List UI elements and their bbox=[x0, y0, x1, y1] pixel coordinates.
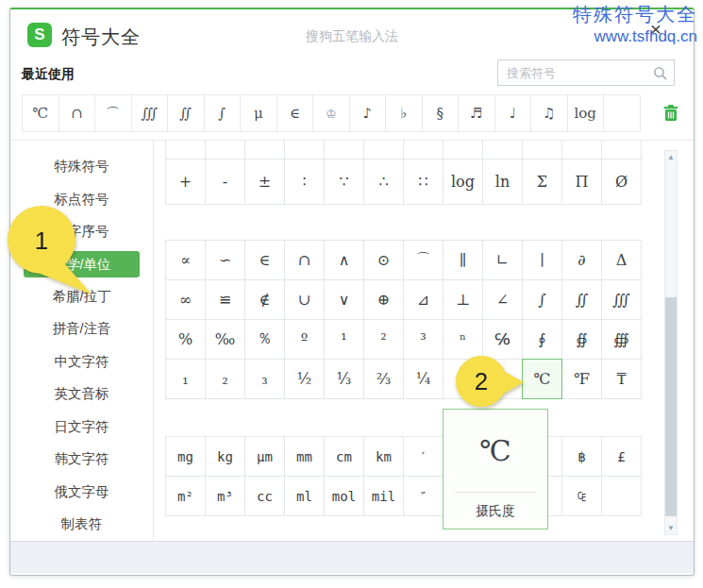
grid-cell[interactable]: ℉ bbox=[561, 359, 602, 399]
grid-cell[interactable]: ⊙ bbox=[363, 240, 404, 280]
grid-cell[interactable]: ∯ bbox=[561, 319, 602, 360]
recent-symbol-cell[interactable]: ♩ bbox=[494, 94, 532, 132]
trash-icon[interactable] bbox=[661, 104, 680, 123]
recent-symbol-cell[interactable]: ∬ bbox=[167, 94, 205, 132]
grid-cell[interactable]: mg bbox=[165, 436, 206, 477]
grid-cell[interactable]: ∩ bbox=[284, 240, 325, 280]
grid-cell[interactable]: ∽ bbox=[205, 240, 245, 280]
sidebar-item-12[interactable]: 制表符 bbox=[10, 508, 153, 541]
grid-cell[interactable]: ∶ bbox=[284, 159, 325, 205]
recent-symbol-cell[interactable]: ♬ bbox=[458, 94, 495, 132]
grid-cell[interactable]: ′ bbox=[403, 436, 444, 477]
grid-cell[interactable]: ∂ bbox=[561, 240, 602, 280]
grid-cell[interactable]: ² bbox=[363, 319, 404, 360]
grid-cell[interactable]: kg bbox=[205, 436, 245, 477]
sidebar-item-1[interactable]: 特殊符号 bbox=[10, 150, 153, 183]
grid-cell[interactable]: ⊕ bbox=[363, 279, 404, 320]
recent-symbol-cell[interactable]: μ bbox=[240, 94, 277, 132]
recent-symbol-cell[interactable]: ♫ bbox=[530, 94, 568, 132]
grid-cell[interactable]: - bbox=[205, 159, 245, 205]
grid-cell[interactable]: ½ bbox=[284, 359, 325, 399]
recent-symbol-cell[interactable]: ∭ bbox=[131, 94, 169, 132]
grid-cell[interactable]: ∨ bbox=[324, 279, 364, 320]
grid-cell[interactable]: Σ bbox=[522, 159, 562, 205]
grid-cell[interactable]: ≌ bbox=[205, 279, 245, 320]
grid-cell[interactable]: ∥ bbox=[443, 240, 483, 280]
sidebar-item-8[interactable]: 英文音标 bbox=[10, 378, 153, 411]
grid-cell[interactable]: km bbox=[363, 436, 404, 477]
grid-cell[interactable]: ∴ bbox=[363, 159, 404, 205]
recent-empty-cell[interactable] bbox=[603, 94, 641, 132]
grid-cell[interactable]: ⅓ bbox=[324, 359, 364, 399]
scrollbar[interactable]: ▲ ▼ bbox=[664, 150, 678, 535]
grid-cell[interactable] bbox=[482, 141, 523, 160]
grid-cell[interactable]: ³ bbox=[403, 319, 444, 360]
grid-cell[interactable]: log bbox=[443, 159, 483, 205]
grid-cell[interactable]: ∝ bbox=[165, 240, 206, 280]
grid-cell[interactable]: ‰ bbox=[205, 319, 245, 360]
grid-cell[interactable]: ± bbox=[244, 159, 285, 205]
grid-cell[interactable]: ฿ bbox=[561, 436, 602, 477]
grid-cell[interactable]: Ø bbox=[601, 159, 642, 205]
grid-cell[interactable]: Δ bbox=[601, 240, 642, 280]
grid-cell[interactable] bbox=[522, 141, 562, 160]
grid-cell[interactable] bbox=[403, 141, 444, 160]
scroll-down-icon[interactable]: ▼ bbox=[665, 524, 677, 532]
grid-cell[interactable]: μm bbox=[244, 436, 285, 477]
search-input[interactable] bbox=[498, 60, 674, 85]
sidebar-item-10[interactable]: 韩文字符 bbox=[10, 443, 153, 476]
grid-cell[interactable]: ₠ bbox=[561, 476, 602, 516]
grid-cell[interactable]: ∣ bbox=[522, 240, 562, 280]
grid-cell[interactable]: ¹ bbox=[324, 319, 364, 360]
recent-symbol-cell[interactable]: ♭ bbox=[385, 94, 423, 132]
sidebar-item-6[interactable]: 拼音/注音 bbox=[10, 312, 153, 345]
recent-symbol-cell[interactable]: ♪ bbox=[349, 94, 387, 132]
recent-symbol-cell[interactable]: log bbox=[567, 94, 605, 132]
grid-cell[interactable]: m² bbox=[165, 476, 206, 516]
grid-cell[interactable]: ″ bbox=[403, 476, 444, 516]
grid-cell[interactable]: ∰ bbox=[601, 319, 642, 360]
grid-cell[interactable]: ln bbox=[482, 159, 523, 205]
recent-symbol-cell[interactable]: ∩ bbox=[59, 94, 96, 132]
grid-cell[interactable] bbox=[601, 141, 642, 160]
grid-cell[interactable]: cc bbox=[244, 476, 285, 516]
grid-cell[interactable] bbox=[284, 141, 325, 160]
grid-cell[interactable]: % bbox=[165, 319, 206, 360]
grid-cell[interactable]: mil bbox=[363, 476, 404, 516]
grid-cell[interactable]: m³ bbox=[205, 476, 245, 516]
grid-cell[interactable]: mm bbox=[284, 436, 325, 477]
grid-cell[interactable]: ¼ bbox=[403, 359, 444, 399]
grid-cell[interactable]: º bbox=[284, 319, 325, 360]
grid-cell[interactable]: ∠ bbox=[482, 279, 523, 320]
grid-cell[interactable]: ％ bbox=[244, 319, 285, 360]
grid-cell[interactable]: ml bbox=[284, 476, 325, 516]
recent-symbol-cell[interactable]: ∈ bbox=[276, 94, 314, 132]
grid-cell[interactable]: ₁ bbox=[165, 359, 206, 399]
grid-cell[interactable]: ∵ bbox=[324, 159, 364, 205]
recent-symbol-cell[interactable]: ⌒ bbox=[94, 94, 132, 132]
grid-cell[interactable]: ₂ bbox=[205, 359, 245, 399]
recent-symbol-cell[interactable]: ℃ bbox=[22, 94, 59, 132]
grid-cell[interactable]: ∟ bbox=[482, 240, 523, 280]
grid-cell[interactable]: ₸ bbox=[601, 359, 642, 399]
grid-cell[interactable]: mol bbox=[324, 476, 364, 516]
scrollbar-thumb[interactable] bbox=[665, 297, 677, 516]
grid-cell[interactable]: ∞ bbox=[165, 279, 206, 320]
grid-cell[interactable]: cm bbox=[324, 436, 364, 477]
grid-cell[interactable]: ⅔ bbox=[363, 359, 404, 399]
grid-cell[interactable]: Π bbox=[561, 159, 602, 205]
sidebar-item-11[interactable]: 俄文字母 bbox=[10, 476, 153, 509]
grid-cell[interactable]: ₃ bbox=[244, 359, 285, 399]
grid-cell[interactable]: + bbox=[165, 159, 206, 205]
grid-cell[interactable]: ∧ bbox=[324, 240, 364, 280]
grid-cell[interactable]: ∈ bbox=[244, 240, 285, 280]
grid-cell[interactable] bbox=[443, 141, 483, 160]
grid-cell[interactable] bbox=[244, 141, 285, 160]
grid-cell[interactable]: ∬ bbox=[561, 279, 602, 320]
sidebar-item-7[interactable]: 中文字符 bbox=[10, 345, 153, 378]
grid-cell[interactable] bbox=[324, 141, 364, 160]
grid-cell[interactable]: ⊥ bbox=[443, 279, 483, 320]
close-icon[interactable]: × bbox=[650, 19, 661, 40]
recent-symbol-cell[interactable]: ∫ bbox=[204, 94, 242, 132]
grid-cell[interactable]: ∷ bbox=[403, 159, 444, 205]
